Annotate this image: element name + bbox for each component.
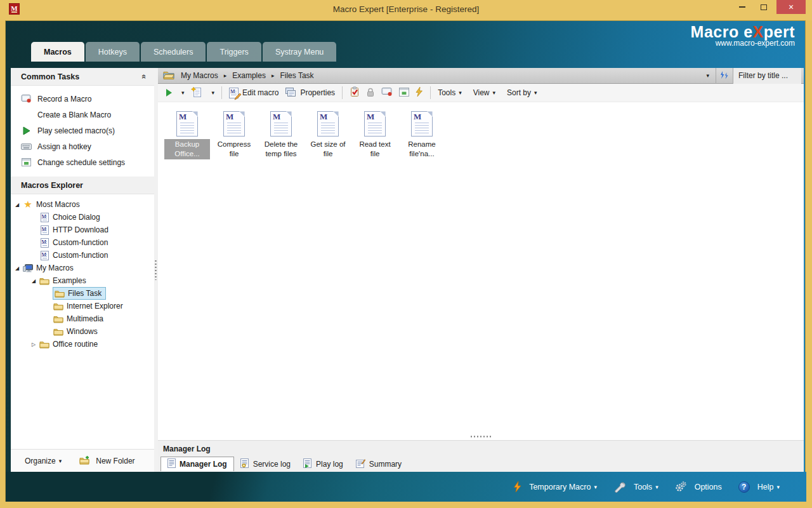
tree-label: Examples (53, 276, 86, 285)
options-button[interactable]: Options (675, 481, 722, 492)
new-folder-button[interactable]: New Folder (79, 455, 134, 467)
breadcrumb-my-macros[interactable]: My Macros (178, 71, 221, 80)
app-body: Macros Hotkeys Schedulers Triggers Systr… (5, 20, 806, 502)
breadcrumb-dropdown-icon[interactable]: ▾ (700, 72, 716, 79)
tree-item-custom-function-1[interactable]: M Custom-function (11, 236, 154, 249)
log-tab-service[interactable]: Service log (234, 457, 297, 471)
minimize-button[interactable] (733, 0, 751, 14)
sort-by-menu[interactable]: Sort by ▾ (504, 85, 540, 100)
breadcrumb-files-task[interactable]: Files Task (277, 71, 316, 80)
properties-button[interactable]: Properties (282, 85, 338, 100)
macro-doc-icon: M (317, 111, 339, 137)
macro-doc-icon: M (364, 111, 386, 137)
tree-item-examples[interactable]: ◢ Examples (11, 274, 154, 287)
macro-doc-icon: M (223, 111, 245, 137)
log-panel-splitter[interactable] (158, 434, 804, 440)
log-tab-bar: Manager Log Service log Play log (158, 457, 804, 472)
record-screen-icon (381, 87, 393, 98)
tree-item-windows[interactable]: Windows (11, 325, 154, 338)
edit-macro-button[interactable]: M Edit macro (226, 85, 282, 100)
validate-macro-button[interactable] (346, 85, 363, 100)
chevron-down-icon: ▾ (459, 90, 462, 96)
schedule-button[interactable] (396, 85, 412, 100)
main-tab-bar: Macros Hotkeys Schedulers Triggers Systr… (31, 42, 337, 62)
title-bar: M Macro Expert [Enterprise - Registered]… (0, 0, 812, 20)
log-tab-summary[interactable]: Summary (350, 457, 408, 471)
expander-open-icon[interactable]: ◢ (12, 202, 22, 208)
collapse-chevron-icon[interactable]: « (140, 74, 149, 79)
help-menu[interactable]: ? Help ▾ (738, 481, 780, 493)
macro-grid: M Backup Office... M Compress file M Del… (158, 102, 804, 434)
record-button[interactable] (378, 85, 396, 100)
play-icon (21, 125, 32, 136)
tab-macros[interactable]: Macros (31, 42, 84, 62)
view-menu[interactable]: View ▾ (470, 85, 499, 100)
expander-open-icon[interactable]: ◢ (12, 265, 22, 271)
clipboard-check-icon (350, 86, 360, 99)
lock-macro-button[interactable] (363, 85, 378, 100)
expander-closed-icon[interactable]: ▷ (29, 342, 39, 347)
tree-item-my-macros[interactable]: ◢ My Macros (11, 262, 154, 274)
tree-item-custom-function-2[interactable]: M Custom-function (11, 249, 154, 262)
tab-triggers[interactable]: Triggers (207, 42, 261, 62)
trigger-flash-button[interactable] (412, 85, 426, 100)
new-macro-dropdown[interactable]: ▾ (206, 85, 218, 100)
tree-item-choice-dialog[interactable]: M Choice Dialog (11, 211, 154, 224)
log-tab-manager[interactable]: Manager Log (160, 457, 234, 471)
chevron-down-icon: ▾ (534, 90, 537, 96)
tree-label: Windows (67, 327, 98, 336)
chevron-down-icon: ▾ (594, 484, 597, 490)
folder-icon (53, 301, 64, 311)
macro-item-get-size-of-file[interactable]: M Get size of file (305, 107, 351, 159)
temporary-macro-menu[interactable]: Temporary Macro ▾ (513, 481, 597, 493)
tree-item-internet-explorer[interactable]: Internet Explorer (11, 300, 154, 312)
macro-item-read-text-file[interactable]: M Read text file (352, 107, 398, 159)
new-macro-button[interactable] (188, 85, 206, 100)
filter-by-title-input[interactable]: Filter by title ... (733, 68, 801, 84)
macro-item-delete-temp-files[interactable]: M Delete the temp files (258, 107, 304, 159)
log-tab-play[interactable]: Play log (297, 457, 350, 471)
close-icon: × (789, 0, 794, 14)
help-icon: ? (738, 481, 750, 493)
tab-schedulers[interactable]: Schedulers (141, 42, 206, 62)
brand-logo[interactable]: Macro eXpert www.macro-expert.com (691, 23, 795, 48)
macros-explorer-header: Macros Explorer (11, 177, 154, 194)
macro-item-compress-file[interactable]: M Compress file (211, 107, 257, 159)
macro-label: Compress file (211, 139, 257, 159)
expander-open-icon[interactable]: ◢ (29, 278, 39, 284)
close-button[interactable]: × (776, 0, 806, 14)
window-title: Macro Expert [Enterprise - Registered] (0, 0, 812, 20)
bolt-icon (513, 481, 521, 493)
organize-button[interactable]: Organize ▾ (25, 457, 62, 465)
log-panel-title: Manager Log (163, 444, 211, 453)
task-record-macro[interactable]: Record a Macro (11, 91, 154, 107)
tools-menu[interactable]: Tools ▾ (435, 85, 465, 100)
lock-icon (366, 87, 375, 99)
play-icon (166, 89, 172, 97)
macro-item-rename-file[interactable]: M Rename file'na... (399, 107, 445, 159)
play-options-dropdown[interactable]: ▾ (175, 85, 188, 100)
service-log-icon (240, 458, 249, 470)
task-create-blank-macro[interactable]: Create a Blank Macro (11, 107, 154, 123)
tab-systray-menu[interactable]: Systray Menu (263, 42, 336, 62)
refresh-filter-icon[interactable] (716, 70, 733, 81)
macro-doc-icon: M (39, 250, 50, 260)
tools-menu-bottom[interactable]: Tools ▾ (613, 481, 658, 493)
tree-item-http-download[interactable]: M HTTP Download (11, 224, 154, 236)
common-tasks-list: Record a Macro Create a Blank Macro Play… (11, 86, 154, 177)
tab-hotkeys[interactable]: Hotkeys (86, 42, 140, 62)
tree-item-multimedia[interactable]: Multimedia (11, 312, 154, 325)
tree-item-office-routine[interactable]: ▷ Office routine (11, 338, 154, 351)
tree-item-files-task[interactable]: Files Task (11, 287, 154, 300)
play-button[interactable] (163, 85, 175, 100)
breadcrumb-examples[interactable]: Examples (230, 71, 268, 80)
chevron-down-icon: ▾ (655, 484, 658, 490)
maximize-button[interactable] (755, 0, 773, 14)
splitter-grip-icon (155, 260, 157, 280)
task-change-schedule[interactable]: Change schedule settings (11, 154, 154, 170)
macro-item-backup-office[interactable]: M Backup Office... (164, 107, 210, 159)
task-play-selected[interactable]: Play selected macro(s) (11, 123, 154, 138)
tree-item-most-macros[interactable]: ◢ ★ Most Macros (11, 198, 154, 211)
task-label: Assign a hotkey (37, 142, 91, 151)
task-assign-hotkey[interactable]: Assign a hotkey (11, 138, 154, 154)
